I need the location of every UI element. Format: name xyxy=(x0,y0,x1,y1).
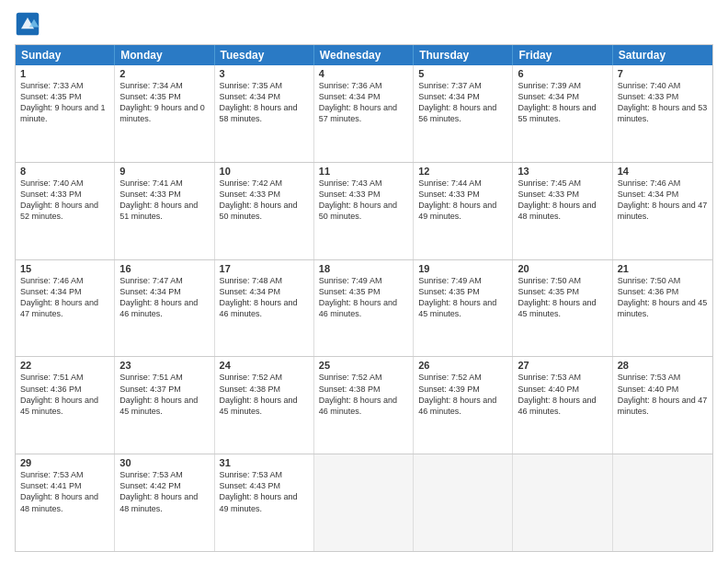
day-cell-14: 14Sunrise: 7:46 AM Sunset: 4:34 PM Dayli… xyxy=(613,163,712,259)
day-cell-6: 6Sunrise: 7:39 AM Sunset: 4:34 PM Daylig… xyxy=(513,65,612,162)
day-info: Sunrise: 7:37 AM Sunset: 4:34 PM Dayligh… xyxy=(418,80,507,125)
day-cell-15: 15Sunrise: 7:46 AM Sunset: 4:34 PM Dayli… xyxy=(16,260,115,357)
day-number: 25 xyxy=(319,360,408,371)
day-number: 31 xyxy=(220,457,309,468)
week-row-1: 1Sunrise: 7:33 AM Sunset: 4:35 PM Daylig… xyxy=(16,65,712,162)
day-number: 18 xyxy=(319,263,408,274)
day-header-monday: Monday xyxy=(115,45,214,65)
day-info: Sunrise: 7:34 AM Sunset: 4:35 PM Dayligh… xyxy=(119,80,209,125)
day-number: 6 xyxy=(518,68,607,79)
day-info: Sunrise: 7:53 AM Sunset: 4:40 PM Dayligh… xyxy=(518,372,607,417)
day-number: 19 xyxy=(418,263,507,274)
day-info: Sunrise: 7:44 AM Sunset: 4:33 PM Dayligh… xyxy=(418,178,507,223)
day-cell-7: 7Sunrise: 7:40 AM Sunset: 4:33 PM Daylig… xyxy=(613,65,712,162)
empty-cell xyxy=(613,454,712,551)
day-info: Sunrise: 7:50 AM Sunset: 4:36 PM Dayligh… xyxy=(618,275,708,320)
day-info: Sunrise: 7:40 AM Sunset: 4:33 PM Dayligh… xyxy=(20,178,109,223)
day-number: 2 xyxy=(119,68,209,79)
day-number: 3 xyxy=(220,68,309,79)
day-info: Sunrise: 7:33 AM Sunset: 4:35 PM Dayligh… xyxy=(20,80,109,125)
day-header-thursday: Thursday xyxy=(414,45,513,65)
week-row-3: 15Sunrise: 7:46 AM Sunset: 4:34 PM Dayli… xyxy=(16,259,712,357)
day-info: Sunrise: 7:51 AM Sunset: 4:37 PM Dayligh… xyxy=(119,372,209,417)
day-number: 20 xyxy=(518,263,607,274)
empty-cell xyxy=(314,454,414,551)
day-cell-13: 13Sunrise: 7:45 AM Sunset: 4:33 PM Dayli… xyxy=(513,163,612,259)
day-number: 8 xyxy=(20,166,109,177)
page: SundayMondayTuesdayWednesdayThursdayFrid… xyxy=(0,0,728,563)
day-cell-16: 16Sunrise: 7:47 AM Sunset: 4:34 PM Dayli… xyxy=(115,260,214,357)
day-info: Sunrise: 7:36 AM Sunset: 4:34 PM Dayligh… xyxy=(319,80,408,125)
day-number: 7 xyxy=(618,68,708,79)
day-cell-5: 5Sunrise: 7:37 AM Sunset: 4:34 PM Daylig… xyxy=(414,65,513,162)
day-info: Sunrise: 7:39 AM Sunset: 4:34 PM Dayligh… xyxy=(518,80,607,125)
empty-cell xyxy=(513,454,612,551)
day-info: Sunrise: 7:50 AM Sunset: 4:35 PM Dayligh… xyxy=(518,275,607,320)
day-cell-25: 25Sunrise: 7:52 AM Sunset: 4:38 PM Dayli… xyxy=(314,357,414,454)
day-cell-4: 4Sunrise: 7:36 AM Sunset: 4:34 PM Daylig… xyxy=(314,65,414,162)
day-number: 15 xyxy=(20,263,109,274)
logo-icon xyxy=(15,11,40,37)
day-number: 28 xyxy=(618,360,708,371)
day-cell-8: 8Sunrise: 7:40 AM Sunset: 4:33 PM Daylig… xyxy=(16,163,115,259)
day-cell-11: 11Sunrise: 7:43 AM Sunset: 4:33 PM Dayli… xyxy=(314,163,414,259)
day-cell-26: 26Sunrise: 7:52 AM Sunset: 4:39 PM Dayli… xyxy=(414,357,513,454)
day-info: Sunrise: 7:43 AM Sunset: 4:33 PM Dayligh… xyxy=(319,178,408,223)
day-info: Sunrise: 7:49 AM Sunset: 4:35 PM Dayligh… xyxy=(418,275,507,320)
day-number: 12 xyxy=(418,166,507,177)
day-number: 11 xyxy=(319,166,408,177)
day-cell-27: 27Sunrise: 7:53 AM Sunset: 4:40 PM Dayli… xyxy=(513,357,612,454)
day-cell-31: 31Sunrise: 7:53 AM Sunset: 4:43 PM Dayli… xyxy=(215,454,314,551)
day-number: 30 xyxy=(119,457,209,468)
day-number: 4 xyxy=(319,68,408,79)
week-row-4: 22Sunrise: 7:51 AM Sunset: 4:36 PM Dayli… xyxy=(16,356,712,454)
day-info: Sunrise: 7:53 AM Sunset: 4:40 PM Dayligh… xyxy=(618,372,708,417)
day-number: 27 xyxy=(518,360,607,371)
day-info: Sunrise: 7:46 AM Sunset: 4:34 PM Dayligh… xyxy=(618,178,708,223)
day-number: 26 xyxy=(418,360,507,371)
day-cell-28: 28Sunrise: 7:53 AM Sunset: 4:40 PM Dayli… xyxy=(613,357,712,454)
day-cell-1: 1Sunrise: 7:33 AM Sunset: 4:35 PM Daylig… xyxy=(16,65,115,162)
week-row-5: 29Sunrise: 7:53 AM Sunset: 4:41 PM Dayli… xyxy=(16,454,712,551)
day-cell-17: 17Sunrise: 7:48 AM Sunset: 4:34 PM Dayli… xyxy=(215,260,314,357)
day-cell-21: 21Sunrise: 7:50 AM Sunset: 4:36 PM Dayli… xyxy=(613,260,712,357)
day-number: 13 xyxy=(518,166,607,177)
day-number: 22 xyxy=(20,360,109,371)
empty-cell xyxy=(414,454,513,551)
day-number: 1 xyxy=(20,68,109,79)
day-info: Sunrise: 7:53 AM Sunset: 4:42 PM Dayligh… xyxy=(119,469,209,514)
day-header-saturday: Saturday xyxy=(613,45,712,65)
day-header-tuesday: Tuesday xyxy=(215,45,314,65)
day-cell-30: 30Sunrise: 7:53 AM Sunset: 4:42 PM Dayli… xyxy=(115,454,214,551)
day-number: 24 xyxy=(220,360,309,371)
day-number: 9 xyxy=(119,166,209,177)
day-cell-22: 22Sunrise: 7:51 AM Sunset: 4:36 PM Dayli… xyxy=(16,357,115,454)
day-info: Sunrise: 7:47 AM Sunset: 4:34 PM Dayligh… xyxy=(119,275,209,320)
day-info: Sunrise: 7:48 AM Sunset: 4:34 PM Dayligh… xyxy=(220,275,309,320)
day-cell-18: 18Sunrise: 7:49 AM Sunset: 4:35 PM Dayli… xyxy=(314,260,414,357)
header xyxy=(15,11,713,37)
day-number: 17 xyxy=(220,263,309,274)
day-info: Sunrise: 7:53 AM Sunset: 4:43 PM Dayligh… xyxy=(220,469,309,514)
day-header-sunday: Sunday xyxy=(16,45,115,65)
day-number: 21 xyxy=(618,263,708,274)
calendar-header: SundayMondayTuesdayWednesdayThursdayFrid… xyxy=(16,45,712,65)
day-cell-12: 12Sunrise: 7:44 AM Sunset: 4:33 PM Dayli… xyxy=(414,163,513,259)
day-info: Sunrise: 7:40 AM Sunset: 4:33 PM Dayligh… xyxy=(618,80,708,125)
week-row-2: 8Sunrise: 7:40 AM Sunset: 4:33 PM Daylig… xyxy=(16,162,712,259)
day-number: 16 xyxy=(119,263,209,274)
day-info: Sunrise: 7:41 AM Sunset: 4:33 PM Dayligh… xyxy=(119,178,209,223)
calendar-body: 1Sunrise: 7:33 AM Sunset: 4:35 PM Daylig… xyxy=(16,65,712,551)
day-header-wednesday: Wednesday xyxy=(314,45,414,65)
day-cell-29: 29Sunrise: 7:53 AM Sunset: 4:41 PM Dayli… xyxy=(16,454,115,551)
day-cell-24: 24Sunrise: 7:52 AM Sunset: 4:38 PM Dayli… xyxy=(215,357,314,454)
day-info: Sunrise: 7:42 AM Sunset: 4:33 PM Dayligh… xyxy=(220,178,309,223)
day-cell-3: 3Sunrise: 7:35 AM Sunset: 4:34 PM Daylig… xyxy=(215,65,314,162)
day-info: Sunrise: 7:35 AM Sunset: 4:34 PM Dayligh… xyxy=(220,80,309,125)
day-info: Sunrise: 7:51 AM Sunset: 4:36 PM Dayligh… xyxy=(20,372,109,417)
day-cell-23: 23Sunrise: 7:51 AM Sunset: 4:37 PM Dayli… xyxy=(115,357,214,454)
logo xyxy=(15,11,44,37)
day-info: Sunrise: 7:45 AM Sunset: 4:33 PM Dayligh… xyxy=(518,178,607,223)
day-number: 23 xyxy=(119,360,209,371)
day-cell-9: 9Sunrise: 7:41 AM Sunset: 4:33 PM Daylig… xyxy=(115,163,214,259)
